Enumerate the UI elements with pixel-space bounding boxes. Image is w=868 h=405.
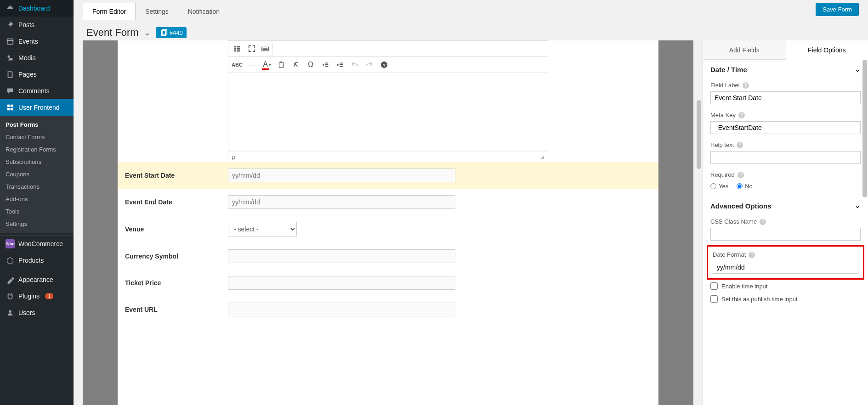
submenu-registration-forms[interactable]: Registration Forms — [0, 143, 74, 156]
field-input-event-start-date[interactable] — [228, 169, 455, 182]
preview-scrollbar[interactable] — [697, 100, 701, 169]
tab-settings[interactable]: Settings — [136, 3, 178, 20]
field-label: Currency Symbol — [122, 253, 219, 260]
submenu-settings[interactable]: Settings — [0, 218, 74, 230]
help-icon[interactable]: ? — [738, 172, 744, 178]
form-id-badge[interactable]: #440 — [156, 27, 187, 38]
submenu-transactions[interactable]: Transactions — [0, 180, 74, 193]
field-row-event-end-date[interactable]: Event End Date — [118, 189, 658, 215]
rp-label-text: Meta Key — [710, 112, 736, 118]
rp-tab-field-options[interactable]: Field Options — [786, 40, 868, 60]
help-icon[interactable]: ? — [760, 219, 766, 225]
field-row-event-start-date[interactable]: Event Start Date — [118, 162, 658, 189]
sidebar-item-comments[interactable]: Comments — [0, 83, 74, 99]
rp-radio-yes[interactable]: Yes — [710, 183, 728, 190]
tab-notification[interactable]: Notification — [178, 3, 229, 20]
right-panel-scrollbar[interactable] — [862, 60, 867, 197]
field-input-event-end-date[interactable] — [228, 195, 455, 209]
rp-help-text: Help text? — [703, 139, 868, 169]
sidebar-item-posts[interactable]: Posts — [0, 17, 74, 33]
submenu-coupons[interactable]: Coupons — [0, 168, 74, 180]
field-row-event-url[interactable]: Event URL — [118, 296, 658, 323]
sidebar-label: User Frontend — [18, 104, 59, 111]
svg-point-2 — [8, 56, 10, 58]
submenu-subscriptions[interactable]: Subscriptions — [0, 156, 74, 168]
rp-checkbox-enable-time[interactable] — [710, 282, 718, 290]
help-icon[interactable]: ? — [743, 82, 749, 89]
rp-publish-time[interactable]: Set this as publish time input — [703, 292, 868, 305]
field-input-event-url[interactable] — [228, 303, 455, 316]
rp-input-date-format[interactable] — [713, 261, 858, 274]
toolbar-strikethrough-icon[interactable]: ABC — [231, 59, 243, 71]
submenu-post-forms[interactable]: Post Forms — [0, 118, 74, 131]
toolbar-textcolor-icon[interactable]: A▾ — [261, 59, 272, 71]
toolbar-toolbar-toggle-icon[interactable] — [231, 43, 243, 55]
sidebar-item-plugins[interactable]: Plugins 1 — [0, 288, 74, 304]
sidebar-item-user-frontend[interactable]: User Frontend — [0, 99, 74, 116]
mce-editor-area[interactable] — [228, 73, 548, 151]
content-row: ABC — A▾ Ω ? — [74, 40, 868, 405]
toolbar-keyboard-icon[interactable] — [261, 43, 272, 55]
toolbar-redo-icon[interactable] — [363, 59, 375, 71]
svg-rect-11 — [234, 48, 237, 50]
toolbar-undo-icon[interactable] — [349, 59, 361, 71]
rp-input-help-text[interactable] — [710, 151, 861, 164]
rp-label-text: Required — [710, 171, 735, 178]
rp-section-title: Advanced Options — [710, 202, 772, 210]
toolbar-help-icon[interactable]: ? — [378, 59, 390, 71]
sidebar-item-media[interactable]: Media — [0, 50, 74, 66]
toolbar-clearformat-icon[interactable] — [290, 59, 302, 71]
sidebar-label: Appearance — [18, 276, 53, 283]
chevron-down-icon[interactable]: ⌄ — [144, 28, 150, 37]
help-icon[interactable]: ? — [749, 252, 755, 258]
field-row-ticket-price[interactable]: Ticket Price — [118, 270, 658, 296]
toolbar-paste-icon[interactable] — [275, 59, 287, 71]
tab-form-editor[interactable]: Form Editor — [83, 3, 136, 20]
chevron-down-icon: ⌄ — [855, 65, 861, 73]
sidebar-item-events[interactable]: Events — [0, 33, 74, 50]
rp-field-label: Field Label? — [703, 79, 868, 109]
rp-section-date-time[interactable]: Date / Time ⌄ — [703, 60, 868, 79]
toolbar-hr-icon[interactable]: — — [246, 59, 258, 71]
submenu-contact-forms[interactable]: Contact Forms — [0, 131, 74, 143]
toolbar-outdent-icon[interactable] — [319, 59, 331, 71]
svg-rect-12 — [234, 51, 237, 52]
sidebar-item-products[interactable]: Products — [0, 252, 74, 269]
rp-input-field-label[interactable] — [710, 91, 861, 104]
rp-css-class: CSS Class Name? — [703, 215, 868, 245]
submenu-tools[interactable]: Tools — [0, 205, 74, 218]
field-input-ticket-price[interactable] — [228, 276, 455, 290]
svg-rect-8 — [161, 31, 165, 36]
toolbar-specialchar-icon[interactable]: Ω — [305, 59, 317, 71]
sidebar-item-users[interactable]: Users — [0, 304, 74, 321]
rp-label-text: Date Format — [713, 251, 746, 258]
main-content: Form Editor Settings Notification Save F… — [74, 0, 868, 405]
products-icon — [6, 256, 15, 265]
rp-checkbox-publish-time[interactable] — [710, 295, 718, 303]
sidebar-item-woocommerce[interactable]: Woo WooCommerce — [0, 236, 74, 252]
field-select-venue[interactable]: - select - — [228, 222, 297, 236]
sidebar-item-appearance[interactable]: Appearance — [0, 271, 74, 288]
rp-tab-add-fields[interactable]: Add Fields — [703, 40, 786, 60]
rp-input-meta-key[interactable] — [710, 121, 861, 134]
sidebar-item-pages[interactable]: Pages — [0, 66, 74, 83]
field-row-venue[interactable]: Venue - select - — [118, 215, 658, 243]
help-icon[interactable]: ? — [738, 112, 745, 118]
resize-handle-icon[interactable]: ◢ — [540, 154, 544, 159]
field-input-currency-symbol[interactable] — [228, 249, 455, 263]
help-icon[interactable]: ? — [737, 142, 743, 148]
svg-rect-9 — [163, 29, 167, 34]
field-label: Event URL — [122, 306, 219, 313]
field-label: Event End Date — [122, 198, 219, 206]
save-form-button[interactable]: Save Form — [816, 3, 859, 16]
toolbar-fullscreen-icon[interactable] — [246, 43, 258, 55]
submenu-addons[interactable]: Add-ons — [0, 193, 74, 205]
sidebar-label: Posts — [18, 21, 34, 28]
rp-input-css-class[interactable] — [710, 228, 861, 241]
sidebar-item-dashboard[interactable]: Dashboard — [0, 0, 74, 17]
toolbar-indent-icon[interactable] — [334, 59, 346, 71]
rp-section-advanced[interactable]: Advanced Options ⌄ — [703, 196, 868, 215]
rp-radio-no[interactable]: No — [737, 183, 753, 190]
rp-enable-time[interactable]: Enable time input — [703, 280, 868, 292]
field-row-currency-symbol[interactable]: Currency Symbol — [118, 243, 658, 270]
